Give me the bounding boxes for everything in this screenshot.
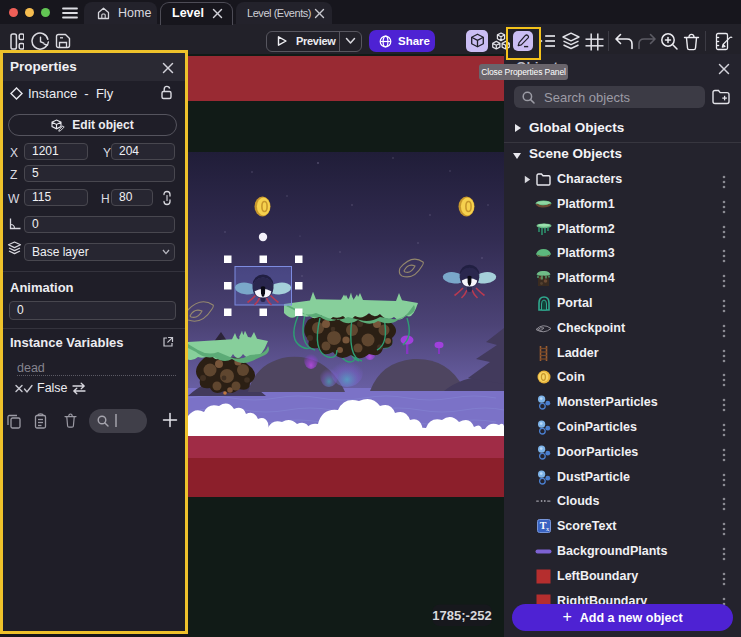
svg-text:1785;-252: 1785;-252 bbox=[432, 608, 491, 623]
